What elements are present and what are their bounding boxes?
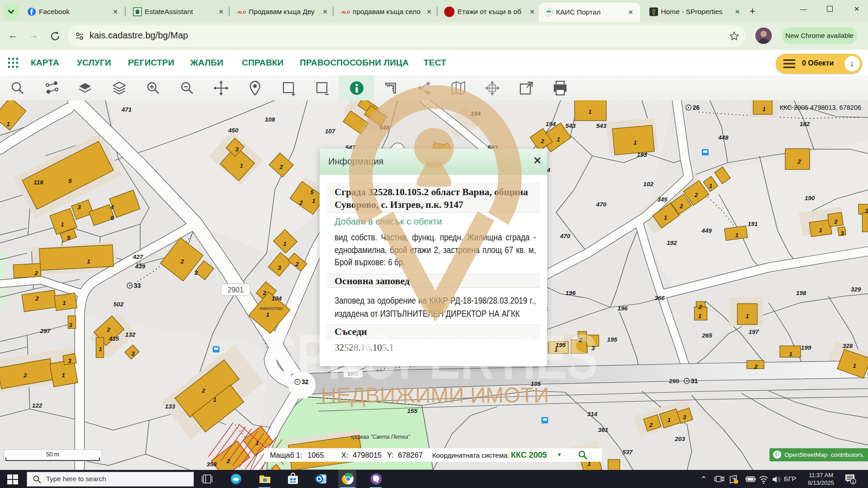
svg-text:329: 329 xyxy=(851,286,861,293)
svg-text:193: 193 xyxy=(637,151,647,158)
svg-text:265: 265 xyxy=(702,332,712,339)
svg-text:1: 1 xyxy=(61,372,65,379)
svg-text:448: 448 xyxy=(718,134,729,141)
svg-text:2: 2 xyxy=(226,458,230,465)
svg-text:297: 297 xyxy=(40,328,51,334)
svg-text:2: 2 xyxy=(694,192,698,198)
svg-text:345: 345 xyxy=(657,196,668,203)
svg-text:2: 2 xyxy=(754,363,758,370)
svg-text:1: 1 xyxy=(61,221,64,228)
svg-text:1: 1 xyxy=(698,313,702,319)
svg-text:132: 132 xyxy=(125,331,136,338)
svg-text:1: 1 xyxy=(664,214,667,221)
svg-text:1: 1 xyxy=(735,232,739,239)
svg-text:1: 1 xyxy=(266,311,269,318)
svg-text:2: 2 xyxy=(194,269,198,276)
svg-text:3: 3 xyxy=(683,414,686,421)
svg-text:1: 1 xyxy=(213,396,217,403)
svg-text:2: 2 xyxy=(295,261,299,267)
svg-text:194: 194 xyxy=(546,121,556,127)
svg-text:2: 2 xyxy=(679,203,683,210)
svg-text:1: 1 xyxy=(853,362,856,369)
svg-text:1: 1 xyxy=(667,417,671,423)
svg-text:108: 108 xyxy=(265,116,275,123)
svg-text:31: 31 xyxy=(691,377,698,385)
svg-text:195: 195 xyxy=(607,336,618,343)
svg-text:ККС 2005 4798013, 678206: ККС 2005 4798013, 678206 xyxy=(780,104,861,111)
svg-text:2: 2 xyxy=(34,270,38,277)
svg-text:470: 470 xyxy=(560,233,571,239)
svg-text:ALO.: ALO. xyxy=(237,10,246,14)
svg-text:361: 361 xyxy=(598,427,609,433)
svg-text:1: 1 xyxy=(255,440,259,446)
svg-text:3: 3 xyxy=(591,345,595,352)
svg-text:3: 3 xyxy=(77,204,81,211)
svg-text:църква "Света Петка": църква "Света Петка" xyxy=(351,434,410,440)
svg-text:1: 1 xyxy=(762,106,766,113)
svg-text:3: 3 xyxy=(840,230,844,237)
svg-text:502: 502 xyxy=(113,301,124,308)
svg-text:2: 2 xyxy=(106,326,110,333)
svg-text:203: 203 xyxy=(675,436,685,442)
svg-text:194: 194 xyxy=(471,110,481,117)
svg-text:1: 1 xyxy=(99,346,102,352)
svg-text:1: 1 xyxy=(62,300,66,306)
svg-text:449: 449 xyxy=(701,227,712,234)
svg-text:ALO.: ALO. xyxy=(341,10,350,14)
svg-text:6: 6 xyxy=(110,215,114,221)
svg-text:107: 107 xyxy=(325,128,336,135)
svg-text:3: 3 xyxy=(235,146,239,153)
svg-text:328: 328 xyxy=(843,343,853,349)
svg-text:471: 471 xyxy=(121,106,132,113)
svg-text:1: 1 xyxy=(554,346,558,353)
svg-text:1: 1 xyxy=(745,313,749,319)
svg-text:196: 196 xyxy=(618,305,628,312)
svg-text:543: 543 xyxy=(596,122,607,129)
svg-text:2: 2 xyxy=(578,337,582,343)
svg-text:1: 1 xyxy=(87,258,90,265)
svg-text:2: 2 xyxy=(279,164,283,170)
svg-text:102: 102 xyxy=(643,181,654,188)
svg-text:32: 32 xyxy=(302,378,309,385)
svg-text:427: 427 xyxy=(132,253,144,260)
svg-text:548: 548 xyxy=(379,124,390,131)
svg-text:2: 2 xyxy=(35,295,39,302)
svg-text:290: 290 xyxy=(669,378,679,385)
svg-text:133: 133 xyxy=(165,403,175,410)
svg-text:191: 191 xyxy=(748,221,758,227)
svg-text:1: 1 xyxy=(709,183,712,189)
svg-text:2: 2 xyxy=(698,304,702,310)
svg-text:3: 3 xyxy=(68,357,71,364)
svg-text:105: 105 xyxy=(531,380,541,387)
svg-text:1: 1 xyxy=(6,121,10,127)
svg-text:2: 2 xyxy=(180,258,184,265)
svg-text:435: 435 xyxy=(108,335,119,342)
svg-text:1901: 1901 xyxy=(348,371,359,376)
svg-text:439: 439 xyxy=(135,263,146,270)
svg-text:543: 543 xyxy=(566,122,576,129)
svg-text:122: 122 xyxy=(32,402,42,409)
svg-text:5: 5 xyxy=(68,178,72,184)
svg-text:1: 1 xyxy=(789,351,793,357)
svg-text:4: 4 xyxy=(110,204,114,211)
svg-text:537: 537 xyxy=(623,449,633,455)
svg-text:116: 116 xyxy=(33,179,43,186)
svg-text:190: 190 xyxy=(805,195,815,202)
svg-text:199: 199 xyxy=(801,344,811,351)
svg-text:1: 1 xyxy=(240,162,243,169)
svg-text:1: 1 xyxy=(819,227,822,234)
svg-text:33: 33 xyxy=(134,282,141,289)
svg-text:1: 1 xyxy=(283,240,287,247)
svg-text:1: 1 xyxy=(865,207,868,214)
svg-text:1: 1 xyxy=(588,108,592,115)
svg-text:314: 314 xyxy=(587,411,598,418)
svg-text:3: 3 xyxy=(278,264,281,271)
svg-text:1: 1 xyxy=(557,136,560,143)
svg-text:кметство: кметство xyxy=(259,305,283,311)
svg-text:192: 192 xyxy=(667,239,677,246)
svg-text:2: 2 xyxy=(23,372,27,379)
svg-text:26: 26 xyxy=(693,104,700,111)
svg-text:3: 3 xyxy=(69,322,72,328)
svg-text:2: 2 xyxy=(649,422,653,428)
svg-text:358: 358 xyxy=(207,461,217,468)
